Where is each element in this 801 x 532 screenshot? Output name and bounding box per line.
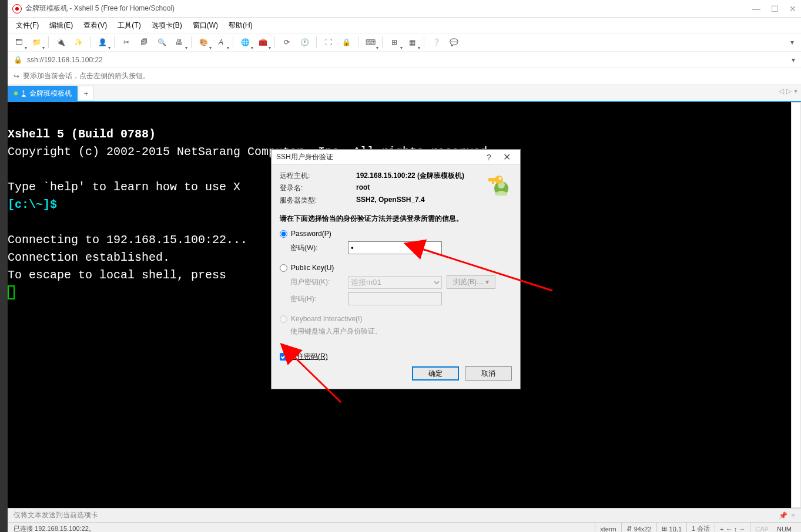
menu-icon[interactable]: ≡ <box>791 511 795 520</box>
tabbar: 1 金牌班模板机 + ◁ ▷ ▾ <box>8 85 801 101</box>
fullscreen-icon[interactable]: ⛶ <box>321 35 336 50</box>
menu-tools[interactable]: 工具(T) <box>113 19 145 32</box>
scrollbar[interactable] <box>791 102 801 508</box>
svg-point-2 <box>495 176 503 184</box>
input-bar: 仅将文本发送到当前选项卡 📌 ≡ <box>8 508 801 522</box>
layout-icon[interactable]: ⊞ <box>387 35 402 50</box>
menu-help[interactable]: 帮助(H) <box>224 19 257 32</box>
dialog-help-button[interactable]: ? <box>480 153 498 162</box>
dialog-close-button[interactable]: ✕ <box>498 151 515 163</box>
menu-view[interactable]: 查看(V) <box>79 19 112 32</box>
password-section: Password(P) 密码(W): <box>272 230 520 264</box>
keyboard-icon[interactable]: ⌨ <box>363 35 378 50</box>
dialog-title: SSH用户身份验证 <box>276 152 480 162</box>
tab-add-button[interactable]: + <box>79 86 94 101</box>
tab-menu-icon[interactable]: ▾ <box>794 87 797 95</box>
cancel-button[interactable]: 取消 <box>465 366 512 381</box>
tab-prev-icon[interactable]: ◁ <box>779 87 784 95</box>
input-hint[interactable]: 仅将文本发送到当前选项卡 <box>14 510 98 520</box>
disconnect-icon[interactable]: ✨ <box>71 35 86 50</box>
radio-publickey[interactable] <box>280 264 287 272</box>
radio-password-label[interactable]: Password(P) <box>291 230 331 238</box>
menubar: 文件(F) 编辑(E) 查看(V) 工具(T) 选项卡(B) 窗口(W) 帮助(… <box>8 18 801 33</box>
dialog-prompt: 请在下面选择恰当的身份验证方法并提供登录所需的信息。 <box>272 214 520 230</box>
tab-number: 1 <box>22 89 26 97</box>
menu-edit[interactable]: 编辑(E) <box>45 19 78 32</box>
cursor <box>8 285 15 299</box>
server-value: SSH2, OpenSSH_7.4 <box>356 196 425 206</box>
print-icon[interactable]: 🖶 <box>172 35 187 50</box>
search-icon[interactable]: 🔍 <box>154 35 169 50</box>
tab-session-1[interactable]: 1 金牌班模板机 <box>8 86 78 101</box>
separator <box>358 36 358 48</box>
radio-publickey-label[interactable]: Public Key(U) <box>291 264 334 272</box>
pin-icon[interactable]: 📌 <box>779 511 787 520</box>
remember-checkbox[interactable] <box>280 353 287 361</box>
color-icon[interactable]: 🎨 <box>196 35 211 50</box>
grid-icon[interactable]: ▦ <box>404 35 420 50</box>
separator <box>424 36 424 48</box>
refresh-icon[interactable]: ⟳ <box>279 35 294 50</box>
menu-window[interactable]: 窗口(W) <box>188 19 223 32</box>
separator <box>382 36 383 48</box>
tab-next-icon[interactable]: ▷ <box>786 87 792 95</box>
separator <box>316 36 317 48</box>
cut-icon[interactable]: ✂ <box>119 35 134 50</box>
menu-tabs[interactable]: 选项卡(B) <box>147 19 187 32</box>
separator <box>274 36 275 48</box>
lock-icon[interactable]: 🔒 <box>339 35 354 50</box>
radio-password[interactable] <box>280 230 287 238</box>
passphrase-input <box>348 292 442 305</box>
status-dot-icon <box>14 91 18 96</box>
nav-icons[interactable]: + ← ↑ → <box>715 523 750 532</box>
passphrase-label: 密码(H): <box>290 294 348 304</box>
userkey-select: 连接m01 <box>348 276 442 289</box>
profile-icon[interactable]: 👤 <box>95 35 110 50</box>
key-user-icon <box>484 170 512 198</box>
login-label: 登录名: <box>280 183 356 193</box>
minimize-button[interactable]: — <box>752 4 760 14</box>
connection-status: 已连接 192.168.15.100:22。 <box>14 524 95 532</box>
remember-row: 记住密码(R) <box>272 347 520 366</box>
cap-indicator: CAP <box>750 523 773 532</box>
chat-icon[interactable]: 💬 <box>446 35 461 50</box>
remember-label[interactable]: 记住密码(R) <box>290 352 328 362</box>
terminal-line: Xshell 5 (Build 0788) <box>8 127 156 141</box>
terminal-line: Connecting to 192.168.15.100:22... <box>8 233 247 247</box>
globe-icon[interactable]: 🌐 <box>237 35 253 50</box>
host-value: 192.168.15.100:22 (金牌班模板机) <box>356 171 464 181</box>
cursor-pos: ⊞ 10,1 <box>656 523 686 532</box>
tools-icon[interactable]: 🧰 <box>255 35 270 50</box>
userkey-label: 用户密钥(K): <box>290 277 348 287</box>
reconnect-icon[interactable]: 🔌 <box>53 35 68 50</box>
num-indicator: NUM <box>773 526 795 533</box>
app-icon <box>12 4 22 14</box>
window-title: 金牌班模板机 - Xshell 5 (Free for Home/School) <box>25 4 752 14</box>
toolbar: 🗔 📁 🔌 ✨ 👤 ✂ 🗐 🔍 🖶 🎨 A 🌐 🧰 ⟳ 🕐 ⛶ 🔒 ⌨ ⊞ ▦ … <box>8 33 801 52</box>
menu-file[interactable]: 文件(F) <box>11 19 43 32</box>
toolbar-dropdown[interactable]: ▾ <box>790 38 797 46</box>
new-session-icon[interactable]: 🗔 <box>11 35 26 50</box>
open-icon[interactable]: 📁 <box>29 35 44 50</box>
font-icon[interactable]: A <box>213 35 229 50</box>
ok-button[interactable]: 确定 <box>412 366 459 381</box>
home-icon[interactable]: 🕐 <box>297 35 312 50</box>
svg-point-3 <box>499 177 502 180</box>
help-icon[interactable]: ❔ <box>428 35 444 50</box>
publickey-section: Public Key(U) 用户密钥(K): 连接m01 浏览(B)… ▾ 密码… <box>272 264 520 315</box>
address-text[interactable]: ssh://192.168.15.100:22 <box>27 56 103 64</box>
password-label: 密码(W): <box>290 243 348 253</box>
titlebar: 金牌班模板机 - Xshell 5 (Free for Home/School)… <box>8 0 801 18</box>
term-size: ⇵ 94x22 <box>621 523 656 532</box>
copy-icon[interactable]: 🗐 <box>136 35 152 50</box>
login-value: root <box>356 183 370 193</box>
radio-keyboard <box>280 315 287 323</box>
server-label: 服务器类型: <box>280 196 356 206</box>
separator <box>233 36 233 48</box>
arrow-icon[interactable]: ↪ <box>14 72 19 80</box>
close-button[interactable]: ✕ <box>789 4 796 14</box>
maximize-button[interactable]: ☐ <box>771 4 779 14</box>
password-input[interactable] <box>348 241 442 254</box>
docked-sidebar <box>0 0 8 532</box>
address-dropdown[interactable]: ▾ <box>792 56 795 64</box>
